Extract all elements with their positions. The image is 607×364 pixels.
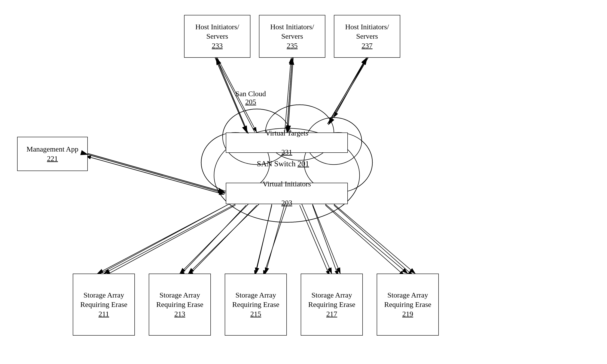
storage-213-number: 213: [174, 309, 185, 319]
host-237-label: Host Initiators/ Servers: [334, 22, 400, 41]
svg-line-53: [97, 204, 229, 273]
storage-211-box: Storage Array Requiring Erase 211: [73, 273, 135, 336]
svg-line-28: [105, 205, 235, 276]
svg-line-41: [88, 155, 225, 194]
svg-line-57: [334, 204, 415, 273]
svg-line-25: [332, 58, 366, 117]
svg-line-49: [180, 204, 248, 273]
svg-line-22: [334, 58, 367, 117]
svg-line-36: [313, 205, 338, 276]
svg-line-52: [325, 204, 408, 273]
svg-line-37: [334, 205, 413, 276]
virtual-targets-box: Virtual Targets 231: [226, 132, 348, 153]
storage-211-number: 211: [98, 309, 109, 319]
svg-line-26: [86, 156, 224, 195]
host-233-label: Host Initiators/ Servers: [184, 22, 250, 41]
virtual-targets-label: Virtual Targets: [265, 129, 308, 138]
svg-line-30: [255, 205, 272, 276]
host-235-number: 235: [287, 41, 298, 51]
host-237-box: Host Initiators/ Servers 237: [334, 15, 400, 58]
svg-line-44: [287, 58, 292, 132]
storage-215-label: Storage Array Requiring Erase: [225, 290, 286, 309]
storage-215-number: 215: [250, 309, 261, 319]
svg-line-32: [325, 205, 404, 276]
virtual-initiators-number: 203: [281, 198, 292, 208]
svg-line-27: [86, 156, 224, 195]
management-app-number: 221: [47, 154, 58, 163]
svg-line-48: [104, 204, 235, 273]
storage-213-box: Storage Array Requiring Erase 213: [149, 273, 211, 336]
san-cloud-number: 205: [245, 98, 256, 106]
svg-line-29: [180, 205, 246, 276]
svg-line-46: [328, 58, 367, 124]
storage-219-box: Storage Array Requiring Erase 219: [377, 273, 439, 336]
svg-line-45: [288, 58, 293, 132]
storage-217-number: 217: [326, 309, 337, 319]
diagram: Management App 221 Host Initiators/ Serv…: [0, 0, 607, 364]
management-app-box: Management App 221: [17, 137, 88, 171]
storage-213-label: Storage Array Requiring Erase: [149, 290, 210, 309]
svg-line-54: [188, 204, 259, 273]
svg-line-51: [302, 204, 332, 273]
san-switch-label: SAN Switch 201: [257, 159, 309, 168]
svg-line-33: [96, 205, 227, 276]
storage-219-number: 219: [402, 309, 413, 319]
storage-217-label: Storage Array Requiring Erase: [301, 290, 362, 309]
svg-line-47: [329, 58, 368, 125]
host-235-label: Host Initiators/ Servers: [259, 22, 325, 41]
svg-line-50: [256, 204, 272, 273]
virtual-initiators-box: Virtual Initiators 203: [226, 183, 348, 204]
san-cloud-label: San Cloud205: [235, 90, 266, 106]
svg-line-31: [300, 205, 330, 276]
svg-line-35: [263, 205, 287, 276]
svg-line-56: [313, 204, 340, 273]
management-app-label: Management App: [27, 144, 79, 154]
svg-line-21: [287, 58, 292, 132]
host-233-number: 233: [212, 41, 223, 51]
svg-line-24: [285, 58, 291, 132]
host-235-box: Host Initiators/ Servers 235: [259, 15, 325, 58]
host-233-box: Host Initiators/ Servers 233: [184, 15, 250, 58]
storage-211-label: Storage Array Requiring Erase: [73, 290, 134, 309]
san-switch-number: 201: [298, 159, 309, 168]
svg-line-55: [265, 204, 285, 273]
storage-215-box: Storage Array Requiring Erase 215: [225, 273, 287, 336]
storage-219-label: Storage Array Requiring Erase: [377, 290, 438, 309]
svg-line-34: [188, 205, 257, 276]
virtual-targets-number: 231: [281, 147, 292, 157]
storage-217-box: Storage Array Requiring Erase 217: [301, 273, 363, 336]
host-237-number: 237: [362, 41, 373, 51]
svg-line-40: [88, 154, 225, 192]
virtual-initiators-label: Virtual Initiators: [263, 179, 311, 189]
